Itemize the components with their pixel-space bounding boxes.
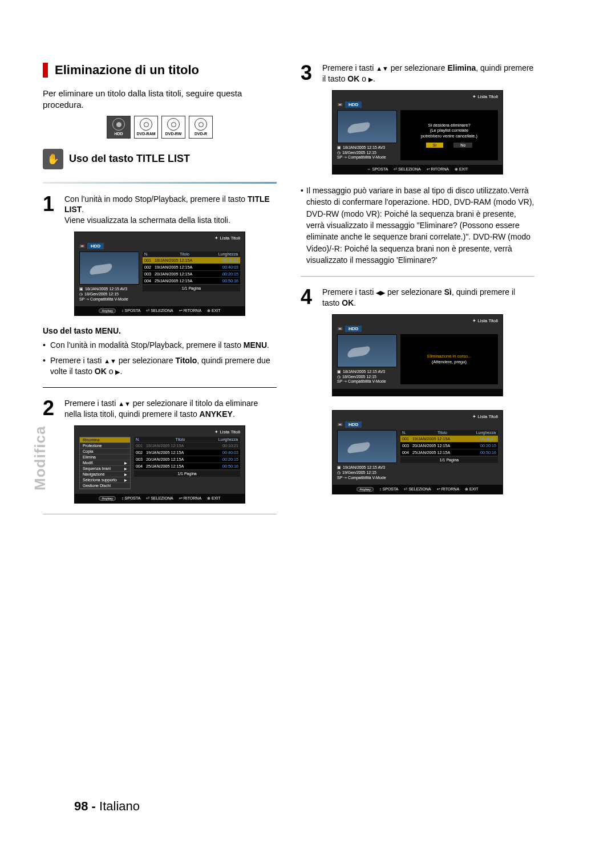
page-footer: 98 - Italiano — [74, 799, 140, 814]
dvd-r-icon: DVD-R — [189, 116, 213, 139]
step-2: 2 Premere i tasti ▲▼ per selezionare il … — [43, 398, 277, 420]
step-3: 3 Premere i tasti ▲▼ per selezionare Eli… — [301, 63, 534, 84]
red-bar-accent — [43, 63, 48, 78]
preview-thumbnail — [337, 334, 397, 367]
delete-dialog: Si desidera eliminare? (Le playlist corr… — [400, 110, 498, 160]
media-icons-row: HDD DVD-RAM DVD-RW DVD-R — [43, 116, 277, 139]
dvd-rw-icon: DVD-RW — [161, 116, 185, 139]
tv-mock-deleting: ✦ Lista Titoli 📼HDD ▣ 18/JAN/2005 12:15 … — [332, 314, 503, 396]
preview-thumbnail — [337, 110, 397, 143]
side-tab-modifica: Modifica — [31, 426, 49, 490]
dvd-ram-icon: DVD-RAM — [134, 116, 158, 139]
step-1: 1 Con l'unità in modo Stop/Playback, pre… — [43, 194, 277, 226]
hand-icon: ✋ — [43, 149, 63, 169]
right-column: 3 Premere i tasti ▲▼ per selezionare Eli… — [301, 63, 534, 525]
tv-mock-after-delete: ✦ Lista Titoli 📼HDD ▣ 19/JAN/2005 12:15 … — [332, 410, 503, 494]
tv-mock-title-list: ✦ Lista Titoli 📼HDD ▣ 18/JAN/2005 12:15 … — [74, 232, 245, 316]
tv-mock-context-menu: ✦ Lista Titoli Rinomina Protezione Copia… — [74, 425, 245, 504]
section-title: Eliminazione di un titolo — [43, 63, 277, 78]
deleting-dialog: Eliminazione in corso... (Attendere, pre… — [400, 334, 498, 384]
intro-text: Per eliminare un titolo dalla lista tito… — [43, 88, 277, 111]
section-title-text: Eliminazione di un titolo — [55, 63, 199, 78]
step-number-1: 1 — [43, 194, 59, 226]
tv-mock-delete-confirm: ✦ Lista Titoli 📼HDD ▣ 18/JAN/2005 12:15 … — [332, 90, 503, 175]
menu-bullet-list: Con l'unità in modalità Stop/Playback, p… — [43, 340, 277, 377]
disc-note: Il messaggio può variare in base al tipo… — [301, 185, 534, 266]
step-4: 4 Premere i tasti ◀▶ per selezionare Sì,… — [301, 287, 534, 309]
step-number-4: 4 — [301, 287, 317, 309]
hdd-icon: HDD — [107, 116, 131, 139]
sub-title-row: ✋ Uso del tasto TITLE LIST — [43, 149, 277, 169]
step-number-2: 2 — [43, 398, 59, 420]
context-menu: Rinomina Protezione Copia Elimina Modif.… — [79, 437, 131, 489]
preview-thumbnail — [79, 251, 139, 285]
menu-subhead: Uso del tasto MENU. — [43, 326, 277, 335]
dialog-yes-button[interactable]: Sì — [426, 143, 444, 148]
gradient-rule — [43, 182, 277, 184]
dialog-no-button[interactable]: No — [453, 143, 472, 148]
preview-thumbnail — [337, 430, 397, 463]
sub-title-text: Uso del tasto TITLE LIST — [69, 153, 190, 165]
step-number-3: 3 — [301, 63, 317, 84]
left-column: Eliminazione di un titolo Per eliminare … — [43, 63, 277, 525]
